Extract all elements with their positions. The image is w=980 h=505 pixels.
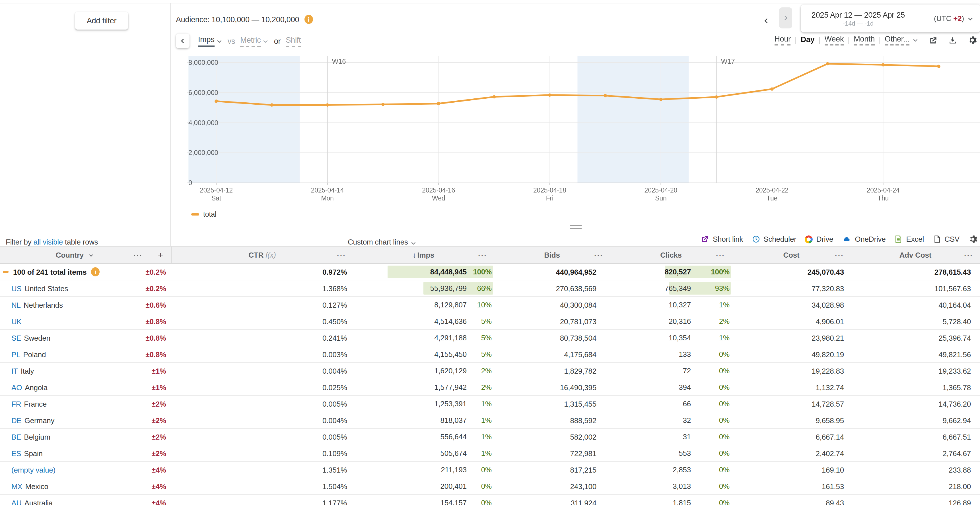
date-range-picker[interactable]: 2025 Apr 12 — 2025 Apr 25 -14d — -1d (UT… xyxy=(801,5,980,32)
data-point[interactable] xyxy=(937,65,940,68)
country-code-link[interactable]: SE xyxy=(11,333,21,342)
export-csv-button[interactable]: CSV xyxy=(932,235,959,243)
data-point[interactable] xyxy=(437,102,440,105)
table-row[interactable]: ESSpain±2%0.109%505,6741%722,9815530%2,4… xyxy=(0,445,980,462)
country-code-link[interactable]: UK xyxy=(11,317,22,326)
open-external-icon[interactable] xyxy=(929,35,938,44)
adv-cost-cell: 14,736.20 xyxy=(851,395,980,412)
country-code-link[interactable]: PL xyxy=(11,350,20,359)
column-menu-icon[interactable]: ··· xyxy=(716,251,725,259)
table-row[interactable]: AUAustralia±4%1.177%154,1570%311,9241,81… xyxy=(0,494,980,505)
date-next-button[interactable] xyxy=(779,7,792,29)
column-header-country[interactable]: Country ··· xyxy=(0,246,150,264)
table-row[interactable]: ITItaly±1%0.004%1,620,1292%1,829,782720%… xyxy=(0,362,980,379)
delta-value: ±4% xyxy=(152,482,166,491)
data-point[interactable] xyxy=(603,94,607,97)
data-point[interactable] xyxy=(548,93,552,97)
export-scheduler-button[interactable]: Scheduler xyxy=(751,235,796,243)
column-header-bids[interactable]: Bids ··· xyxy=(494,246,610,264)
ctr-cell: 0.005% xyxy=(171,395,353,412)
data-point[interactable] xyxy=(215,100,218,103)
data-point[interactable] xyxy=(826,62,829,65)
data-point[interactable] xyxy=(715,95,718,98)
granularity-option-day[interactable]: Day xyxy=(801,35,815,45)
column-header-imps[interactable]: ↓Imps ··· xyxy=(353,246,494,264)
country-code-link[interactable]: (empty value) xyxy=(11,465,56,474)
total-info-icon[interactable]: i xyxy=(91,267,100,276)
table-row[interactable]: AOAngola±1%0.025%1,577,9422%16,490,39539… xyxy=(0,379,980,395)
add-filter-button[interactable]: Add filter xyxy=(75,12,128,30)
country-code-link[interactable]: DE xyxy=(11,416,22,424)
chart-back-button[interactable] xyxy=(176,33,189,48)
shift-toggle[interactable]: Shift xyxy=(286,35,301,47)
delta-value: ±2% xyxy=(152,449,166,457)
column-header-ctr[interactable]: CTR f(x) ··· xyxy=(171,246,353,264)
data-point[interactable] xyxy=(493,95,496,98)
table-total-row[interactable]: 100 of 241 total itemsi±0.2%0.972%84,448… xyxy=(0,264,980,280)
data-point[interactable] xyxy=(659,98,663,101)
table-row[interactable]: NLNetherlands±0.6%0.127%8,129,80710%40,3… xyxy=(0,297,980,313)
cost-cell: 77,320.83 xyxy=(732,280,851,297)
data-point[interactable] xyxy=(881,63,885,67)
chevron-down-icon[interactable] xyxy=(967,15,974,22)
filter-all-visible-link[interactable]: all visible xyxy=(33,238,63,248)
column-header-cost[interactable]: Cost ··· xyxy=(732,246,851,264)
country-name: Germany xyxy=(24,416,55,424)
data-point[interactable] xyxy=(270,103,274,106)
country-code-link[interactable]: ES xyxy=(11,449,21,457)
granularity-option-month[interactable]: Month xyxy=(854,35,875,46)
delta-value: ±0.2% xyxy=(145,268,166,276)
chart-settings-gear-icon[interactable] xyxy=(967,35,977,45)
country-code-link[interactable]: IT xyxy=(11,367,18,375)
imps-cell: 4,514,6365% xyxy=(353,313,494,330)
cost-cell: 2,402.74 xyxy=(732,445,851,462)
table-row[interactable]: SESweden±0.8%0.241%4,291,1885%80,738,504… xyxy=(0,330,980,346)
granularity-option-hour[interactable]: Hour xyxy=(774,35,791,46)
data-point[interactable] xyxy=(381,103,385,106)
export-excel-button[interactable]: Excel xyxy=(894,235,924,243)
country-code-link[interactable]: US xyxy=(11,284,22,292)
download-icon[interactable] xyxy=(948,35,957,44)
granularity-option-week[interactable]: Week xyxy=(825,35,844,46)
chart-resize-handle[interactable] xyxy=(570,225,582,231)
column-header-adv-cost[interactable]: Adv Cost ··· xyxy=(851,246,980,264)
table-row[interactable]: UK±0.8%0.450%4,514,6365%20,781,07320,316… xyxy=(0,313,980,330)
granularity-option-other[interactable]: Other... xyxy=(885,35,910,46)
add-column-button[interactable]: + xyxy=(150,246,171,264)
column-menu-icon[interactable]: ··· xyxy=(337,251,346,259)
country-code-link[interactable]: FR xyxy=(11,400,21,408)
table-row[interactable]: DEGermany±2%0.004%818,0371%888,592320%9,… xyxy=(0,412,980,429)
x-axis-tick-label: 2025-04-22 xyxy=(756,187,789,194)
table-row[interactable]: FRFrance±2%0.005%1,253,3911%1,315,455660… xyxy=(0,395,980,412)
export-drive-button[interactable]: Drive xyxy=(805,235,834,243)
export-onedrive-button[interactable]: OneDrive xyxy=(842,235,886,243)
table-row[interactable]: PLPoland±0.8%0.003%4,155,4505%4,175,6841… xyxy=(0,346,980,362)
primary-metric-select[interactable]: Imps xyxy=(198,35,223,47)
data-point[interactable] xyxy=(770,87,774,91)
table-row[interactable]: BEBelgium±2%0.005%556,6441%582,002310%6,… xyxy=(0,429,980,445)
date-prev-button[interactable] xyxy=(763,17,770,24)
adv-cost-cell: 218.00 xyxy=(851,478,980,494)
country-code-link[interactable]: MX xyxy=(11,482,22,491)
column-menu-icon[interactable]: ··· xyxy=(594,251,603,259)
table-row[interactable]: (empty value)±4%1.351%211,1930%817,2152,… xyxy=(0,462,980,478)
country-code-link[interactable]: BE xyxy=(11,432,21,441)
table-settings-gear-icon[interactable] xyxy=(968,234,978,244)
column-menu-icon[interactable]: ··· xyxy=(835,251,844,259)
x-axis-tick-label: 2025-04-20 xyxy=(644,187,678,194)
secondary-metric-select[interactable]: Metric xyxy=(240,35,269,47)
country-code-link[interactable]: AO xyxy=(11,383,22,392)
export-short-link-button[interactable]: Short link xyxy=(701,235,743,243)
table-row[interactable]: USUnited States±0.2%1.368%55,936,79966%2… xyxy=(0,280,980,297)
country-code-link[interactable]: NL xyxy=(11,300,21,309)
bids-cell: 16,490,395 xyxy=(494,379,610,395)
column-menu-icon[interactable]: ··· xyxy=(964,251,973,259)
data-point[interactable] xyxy=(326,103,329,106)
clicks-cell: 720% xyxy=(610,362,732,379)
column-menu-icon[interactable]: ··· xyxy=(478,251,487,259)
table-row[interactable]: MXMexico±4%1.504%200,4010%243,1003,0130%… xyxy=(0,478,980,494)
column-menu-icon[interactable]: ··· xyxy=(134,251,143,259)
column-header-clicks[interactable]: Clicks ··· xyxy=(610,246,732,264)
audience-info-icon[interactable]: i xyxy=(304,15,313,24)
country-code-link[interactable]: AU xyxy=(11,499,22,505)
